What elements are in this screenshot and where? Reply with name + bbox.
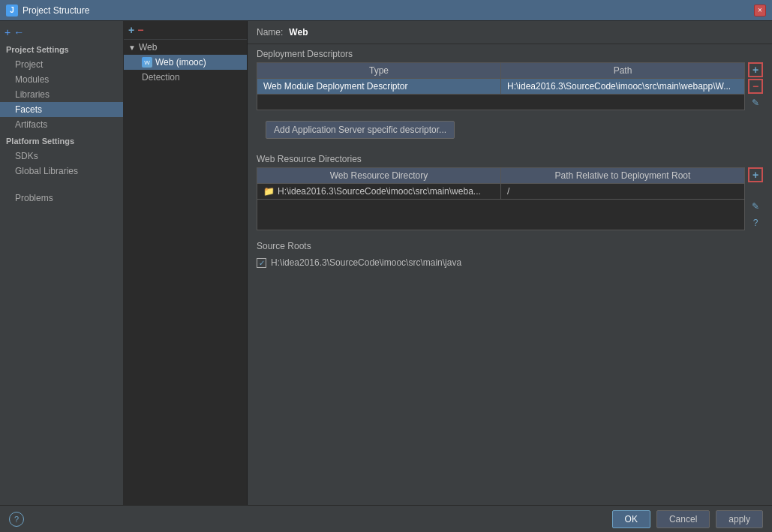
web-resource-row-0[interactable]: 📁 H:\idea2016.3\SourceCode\imooc\src\mai… [257, 184, 744, 200]
descriptor-path-header: Path [501, 63, 744, 78]
sidebar-item-modules[interactable]: Modules [0, 72, 123, 87]
sidebar-add-btn[interactable]: + [5, 27, 11, 38]
tree-node-web[interactable]: ▼ Web [124, 40, 247, 55]
tree-node-web-imooc-label: Web (imooc) [155, 57, 206, 68]
web-resource-table: Web Resource Directory Path Relative to … [257, 167, 745, 230]
sidebar-back-btn[interactable]: ← [14, 27, 24, 38]
tree-remove-btn[interactable]: − [137, 24, 143, 36]
sidebar-item-project[interactable]: Project [0, 57, 123, 72]
descriptor-table-header: Type Path [257, 63, 744, 79]
deployment-descriptors-table: Type Path Web Module Deployment Descript… [257, 62, 745, 110]
dialog-buttons: OK Cancel apply [612, 510, 763, 528]
sidebar-item-global-libraries[interactable]: Global Libraries [0, 164, 123, 179]
tree-node-web-imooc[interactable]: W Web (imooc) [124, 55, 247, 70]
tree-node-web-label: Web [139, 42, 157, 53]
web-resource-wrapper: Web Resource Directory Path Relative to … [257, 167, 763, 230]
tree-panel: + − ▼ Web W Web (imooc) Detection [124, 21, 248, 505]
app-icon: J [6, 5, 18, 17]
tree-toolbar: + − [124, 21, 247, 40]
cancel-button[interactable]: Cancel [656, 510, 710, 528]
sidebar-item-facets[interactable]: Facets [0, 102, 123, 117]
descriptor-path-cell: H:\idea2016.3\SourceCode\imooc\src\main\… [501, 79, 744, 94]
tree-node-detection: Detection [124, 70, 247, 85]
tree-add-btn[interactable]: + [128, 24, 134, 36]
web-res-dir-cell: 📁 H:\idea2016.3\SourceCode\imooc\src\mai… [257, 184, 501, 199]
name-value: Web [289, 27, 308, 38]
descriptor-edit-btn[interactable]: ✎ [748, 95, 763, 110]
descriptor-type-header: Type [257, 63, 501, 78]
web-res-edit-btn[interactable]: ✎ [748, 199, 763, 214]
source-roots-title: Source Roots [248, 236, 772, 254]
close-button[interactable]: × [754, 5, 766, 17]
descriptor-action-btns: + − ✎ [748, 62, 763, 110]
title-text: Project Structure [23, 5, 89, 16]
web-res-path-header: Path Relative to Deployment Root [501, 168, 744, 183]
source-root-checkbox[interactable]: ✓ [257, 258, 266, 268]
sidebar-toolbar: + ← [0, 24, 123, 41]
content-panel: Name: Web Deployment Descriptors Type Pa… [248, 21, 772, 505]
web-res-question-btn[interactable]: ? [748, 215, 763, 230]
platform-settings-header: Platform Settings [0, 134, 123, 149]
web-res-path-cell: / [501, 184, 744, 199]
sidebar-item-artifacts[interactable]: Artifacts [0, 117, 123, 132]
web-resource-directories-title: Web Resource Directories [248, 149, 772, 167]
web-resource-header: Web Resource Directory Path Relative to … [257, 168, 744, 184]
help-button[interactable]: ? [9, 512, 24, 527]
project-settings-header: Project Settings [0, 42, 123, 57]
add-server-btn[interactable]: Add Application Server specific descript… [266, 121, 455, 139]
descriptor-type-cell: Web Module Deployment Descriptor [257, 79, 501, 94]
source-roots-section: Source Roots ✓ H:\idea2016.3\SourceCode\… [248, 236, 772, 271]
sidebar-item-sdks[interactable]: SDKs [0, 149, 123, 164]
sidebar: + ← Project Settings Project Modules Lib… [0, 21, 124, 505]
web-imooc-icon: W [142, 57, 152, 68]
source-root-path: H:\idea2016.3\SourceCode\imooc\src\main\… [271, 257, 461, 268]
web-res-add-btn[interactable]: + [748, 167, 763, 182]
tree-arrow-icon: ▼ [128, 44, 136, 52]
sidebar-item-libraries[interactable]: Libraries [0, 87, 123, 102]
checkbox-check-icon: ✓ [259, 259, 265, 267]
name-label: Name: [257, 27, 283, 38]
main-container: + ← Project Settings Project Modules Lib… [0, 21, 772, 505]
sidebar-item-problems[interactable]: Problems [0, 191, 123, 206]
add-server-btn-wrapper: Add Application Server specific descript… [257, 115, 763, 145]
web-resource-action-btns: + ✎ ? [748, 167, 763, 230]
descriptor-add-btn[interactable]: + [748, 62, 763, 77]
title-bar-left: J Project Structure [6, 5, 89, 17]
descriptor-remove-btn[interactable]: − [748, 79, 763, 94]
ok-button[interactable]: OK [612, 510, 650, 528]
name-bar: Name: Web [248, 21, 772, 44]
title-bar: J Project Structure × [0, 0, 772, 21]
apply-button[interactable]: apply [716, 510, 763, 528]
folder-icon: 📁 [263, 186, 275, 197]
source-root-row-0[interactable]: ✓ H:\idea2016.3\SourceCode\imooc\src\mai… [248, 254, 772, 271]
descriptor-row-0[interactable]: Web Module Deployment Descriptor H:\idea… [257, 79, 744, 95]
deployment-descriptors-title: Deployment Descriptors [248, 44, 772, 62]
web-res-dir-header: Web Resource Directory [257, 168, 501, 183]
bottom-bar: ? OK Cancel apply [0, 505, 772, 532]
deployment-descriptors-wrapper: Type Path Web Module Deployment Descript… [257, 62, 763, 110]
